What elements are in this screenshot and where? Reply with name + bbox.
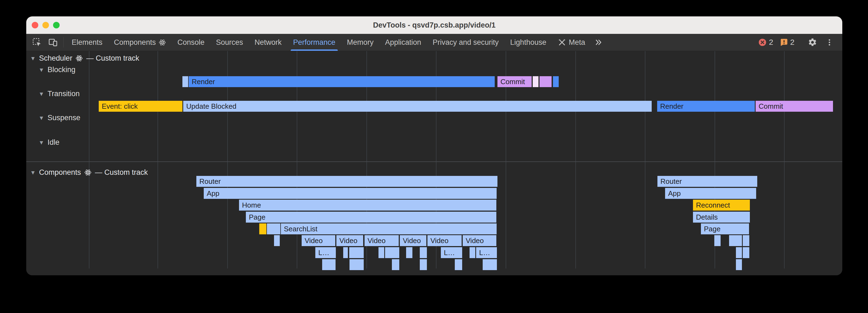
- flame-bar[interactable]: [343, 247, 348, 258]
- kebab-menu-icon: [825, 38, 834, 47]
- settings-button[interactable]: [805, 38, 820, 47]
- more-tabs-button[interactable]: [591, 34, 606, 51]
- flame-bar[interactable]: [349, 259, 364, 270]
- track-suffix: — Custom track: [86, 54, 139, 63]
- track-suffix: — Custom track: [95, 168, 148, 177]
- flame-bar-eventclick[interactable]: Event: click: [99, 101, 182, 112]
- flame-bar-page[interactable]: Page: [701, 223, 749, 234]
- menu-kebab-button[interactable]: [822, 38, 837, 47]
- tab-privacy[interactable]: Privacy and security: [427, 34, 504, 51]
- flame-bar[interactable]: [539, 76, 552, 87]
- tab-elements[interactable]: Elements: [66, 34, 108, 51]
- flame-bar[interactable]: [406, 247, 412, 258]
- flame-bar[interactable]: [533, 76, 538, 87]
- console-errors-badge[interactable]: 2: [756, 38, 776, 47]
- flame-bar[interactable]: [736, 247, 742, 258]
- flame-bar[interactable]: [182, 76, 188, 87]
- flame-bar-video[interactable]: Video: [428, 235, 462, 246]
- flame-bar[interactable]: [420, 259, 427, 270]
- flame-bar-l[interactable]: L…: [476, 247, 497, 258]
- lane-idle[interactable]: ▼Idle: [38, 138, 59, 147]
- tab-components[interactable]: Components: [108, 34, 172, 51]
- expander-triangle-icon: ▼: [30, 56, 36, 61]
- flame-bar-commit[interactable]: Commit: [755, 101, 833, 112]
- flame-bar[interactable]: [743, 247, 749, 258]
- lane-suspense[interactable]: ▼Suspense: [38, 113, 81, 122]
- tools-icon: [558, 38, 566, 46]
- zoom-window-button[interactable]: [53, 22, 60, 28]
- flame-bar-router[interactable]: Router: [657, 176, 757, 187]
- flame-bar-video[interactable]: Video: [365, 235, 399, 246]
- flame-bar-render[interactable]: Render: [657, 101, 755, 112]
- flame-bar[interactable]: [392, 259, 399, 270]
- flame-bar-render[interactable]: Render: [189, 76, 495, 87]
- tab-label: Privacy and security: [433, 38, 499, 47]
- track-header-scheduler[interactable]: ▼Scheduler— Custom track: [30, 54, 139, 63]
- flame-bar-app[interactable]: App: [665, 188, 756, 199]
- flame-bar[interactable]: [729, 235, 742, 246]
- inspect-icon: [32, 38, 41, 47]
- flame-bar-home[interactable]: Home: [239, 200, 496, 211]
- flame-bar[interactable]: [349, 247, 364, 258]
- window-title: DevTools - qsvd7p.csb.app/video/1: [373, 21, 496, 30]
- flame-bar[interactable]: [267, 223, 280, 234]
- flame-bar[interactable]: [420, 247, 427, 258]
- expander-triangle-icon: ▼: [38, 91, 44, 97]
- flame-bar-page[interactable]: Page: [246, 212, 496, 222]
- flame-bar[interactable]: [322, 259, 336, 270]
- error-count: 2: [769, 38, 773, 47]
- flame-bar-video[interactable]: Video: [336, 235, 363, 246]
- flame-bar[interactable]: [470, 247, 475, 258]
- tab-label: Elements: [72, 38, 102, 47]
- flame-bar-details[interactable]: Details: [693, 212, 750, 222]
- flame-bar[interactable]: [455, 259, 462, 270]
- flame-bar-app[interactable]: App: [204, 188, 497, 199]
- flame-bar[interactable]: [714, 235, 721, 246]
- lane-blocking[interactable]: ▼Blocking: [38, 65, 75, 74]
- flame-bar[interactable]: [736, 259, 742, 270]
- close-window-button[interactable]: [32, 22, 38, 28]
- expander-triangle-icon: ▼: [38, 67, 44, 73]
- minimize-window-button[interactable]: [42, 22, 49, 28]
- gridline: [157, 51, 158, 269]
- flame-bar-router[interactable]: Router: [196, 176, 497, 187]
- tab-network[interactable]: Network: [249, 34, 287, 51]
- flame-bar-video[interactable]: Video: [400, 235, 426, 246]
- flame-bar-searchlist[interactable]: SearchList: [281, 223, 497, 234]
- tab-performance[interactable]: Performance: [287, 34, 341, 51]
- device-toolbar-button[interactable]: [45, 34, 61, 51]
- flame-bar-commit[interactable]: Commit: [497, 76, 532, 87]
- tab-meta[interactable]: Meta: [552, 34, 591, 51]
- flame-bar-reconnect[interactable]: Reconnect: [693, 200, 750, 211]
- tab-label: Network: [255, 38, 282, 47]
- flame-bar[interactable]: [553, 76, 559, 87]
- flame-bar-video[interactable]: Video: [463, 235, 496, 246]
- flame-bar[interactable]: [385, 247, 399, 258]
- tab-label: Console: [178, 38, 205, 47]
- issue-count: 2: [790, 38, 795, 47]
- tab-sources[interactable]: Sources: [210, 34, 249, 51]
- flame-bar-updateblocked[interactable]: Update Blocked: [183, 101, 652, 112]
- tab-application[interactable]: Application: [379, 34, 427, 51]
- flame-bar[interactable]: [378, 247, 384, 258]
- react-atom-icon: [84, 169, 92, 176]
- double-chevron-right-icon: [594, 38, 603, 47]
- track-header-components[interactable]: ▼Components— Custom track: [30, 168, 148, 177]
- flame-bar[interactable]: [259, 223, 266, 234]
- flame-bar[interactable]: [274, 235, 280, 246]
- lane-label: Transition: [48, 90, 80, 98]
- tab-console[interactable]: Console: [172, 34, 210, 51]
- lane-transition[interactable]: ▼Transition: [38, 89, 80, 98]
- lane-label: Suspense: [48, 114, 81, 122]
- flame-bar[interactable]: [483, 259, 497, 270]
- flame-bar-video[interactable]: Video: [302, 235, 335, 246]
- flame-bar-l[interactable]: L…: [441, 247, 462, 258]
- track-title: Components: [39, 168, 81, 177]
- flame-bar-l[interactable]: L…: [315, 247, 336, 258]
- inspect-element-button[interactable]: [29, 34, 45, 51]
- tab-lighthouse[interactable]: Lighthouse: [504, 34, 552, 51]
- devtools-toolbar: ElementsComponentsConsoleSourcesNetworkP…: [26, 34, 842, 51]
- tab-memory[interactable]: Memory: [341, 34, 379, 51]
- issues-badge[interactable]: 2: [777, 38, 797, 47]
- flame-bar[interactable]: [743, 235, 749, 246]
